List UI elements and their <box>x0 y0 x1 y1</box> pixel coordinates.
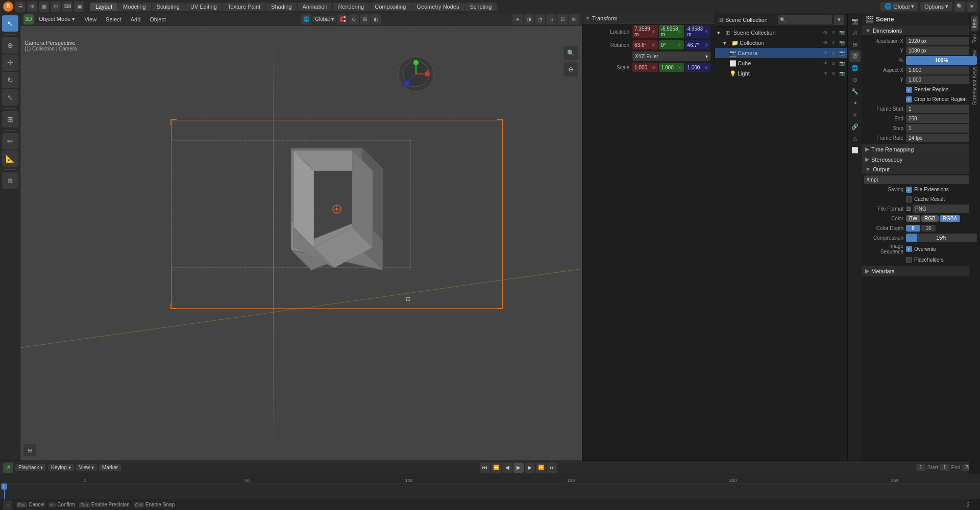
viewport-gizmo[interactable]: X Y Z <box>398 56 439 97</box>
timeline-type-btn[interactable]: ⏱ <box>3 463 13 473</box>
props-icon-data[interactable]: △ <box>849 133 861 144</box>
frame-rate-value[interactable]: 24 fps ▾ <box>906 134 977 142</box>
tab-texture-paint[interactable]: Texture Paint <box>223 3 265 11</box>
tab-rendering[interactable]: Rendering <box>333 3 369 11</box>
outliner-item-light[interactable]: 💡 Light 👁 ⊙ 📷 <box>715 68 847 79</box>
props-icon-render[interactable]: 📷 <box>849 15 861 27</box>
props-icon-physics[interactable]: ⚛ <box>849 109 861 120</box>
vis-cursor-cube[interactable]: ⊙ <box>830 60 837 67</box>
shading-lookdev[interactable]: ◔ <box>535 14 545 24</box>
prev-frame-btn[interactable]: ◀ <box>502 463 512 473</box>
color-btn-bw[interactable]: BW <box>906 215 920 222</box>
tab-animation[interactable]: Animation <box>298 3 333 11</box>
menu-add[interactable]: Add <box>127 15 145 23</box>
vis-eye-light[interactable]: 👁 <box>822 70 829 77</box>
aspect-y-value[interactable]: 1.000 <box>906 75 977 84</box>
tool-move[interactable]: ✛ <box>2 55 18 71</box>
tab-uv-editing[interactable]: UV Editing <box>185 3 222 11</box>
tool-transform[interactable]: ⊞ <box>2 111 18 128</box>
tool-select[interactable]: ↖ <box>2 15 18 32</box>
timeline-ruler[interactable]: 1 50 100 150 200 250 <box>0 474 980 483</box>
vis-eye-1[interactable]: 👁 <box>822 29 829 36</box>
scale-z[interactable]: 1.000 ⊕ <box>685 63 710 72</box>
scale-y[interactable]: 1.000 ⊕ <box>659 63 684 72</box>
rotation-z[interactable]: 46.7° ⊕ <box>685 40 710 49</box>
vis-cursor-1[interactable]: ⊙ <box>830 29 837 36</box>
shading-solid[interactable]: ● <box>512 14 523 24</box>
vis-render-cube[interactable]: 📷 <box>838 60 845 67</box>
props-icon-object[interactable]: ⊙ <box>849 74 861 85</box>
snap-btn[interactable]: 🧲 <box>337 14 348 24</box>
placeholders-checkbox[interactable] <box>906 257 912 263</box>
tab-sculpting[interactable]: Sculpting <box>152 3 185 11</box>
props-icon-view-layer[interactable]: ⊞ <box>849 39 861 50</box>
tab-modeling[interactable]: Modeling <box>118 3 151 11</box>
props-icon-constraints[interactable]: 🔗 <box>849 121 861 132</box>
file-extensions-checkbox[interactable]: ✓ <box>906 187 912 193</box>
zoom-in-btn[interactable]: 🔍 <box>564 46 578 60</box>
view-dropdown[interactable]: View ▾ <box>76 464 97 471</box>
vis-render-coll[interactable]: 📷 <box>838 39 845 46</box>
props-icon-scene[interactable]: 🎬 <box>849 50 861 62</box>
menu-select[interactable]: Select <box>102 15 126 23</box>
timeline-track[interactable]: 1 <box>0 483 980 499</box>
location-x[interactable]: 7.3589 m ⊕ <box>632 25 658 38</box>
resolution-y-value[interactable]: 1080 px <box>906 46 977 55</box>
zoom-out-btn[interactable]: ⊖ <box>564 62 578 76</box>
outliner-filter-btn[interactable]: ▼ <box>834 15 844 25</box>
menu-icon-6[interactable]: ▣ <box>74 2 84 12</box>
xray-btn[interactable]: ⊘ <box>569 14 579 24</box>
file-path-input[interactable]: /tmp\ <box>864 175 969 184</box>
props-icon-particles[interactable]: ✦ <box>849 97 861 109</box>
viewport-global-local-btn[interactable]: 🌐 <box>301 14 311 24</box>
next-frame-btn[interactable]: ▶ <box>525 463 535 473</box>
cache-result-checkbox[interactable] <box>906 196 912 202</box>
props-icon-world[interactable]: 🌐 <box>849 62 861 73</box>
menu-icon-3[interactable]: ▦ <box>39 2 49 12</box>
timeline-start-value[interactable]: 1 <box>940 464 949 471</box>
dimensions-section-title[interactable]: ▼ Dimensions ⊞ <box>862 26 980 35</box>
frame-end-value[interactable]: 250 <box>906 114 977 123</box>
playback-dropdown[interactable]: Playback ▾ <box>15 464 46 471</box>
play-btn[interactable]: ▶ <box>513 463 524 473</box>
resolution-x-value[interactable]: 1920 px <box>906 37 977 45</box>
frame-step-value[interactable]: 1 <box>906 124 977 133</box>
header-icon-2[interactable]: ◐ <box>371 14 381 24</box>
vis-cursor-cam[interactable]: ⊙ <box>830 49 837 57</box>
options-dropdown[interactable]: Options▾ <box>920 2 952 11</box>
output-section-title[interactable]: ▼ Output <box>862 165 980 174</box>
tab-scripting[interactable]: Scripting <box>464 3 497 11</box>
outliner-search[interactable]: 🔍 <box>778 15 832 24</box>
viewport-canvas[interactable]: Camera Perspective (1) Collection | Came… <box>20 26 582 461</box>
props-icon-material[interactable]: ⬜ <box>849 144 861 156</box>
color-depth-16-btn[interactable]: 16 <box>921 225 936 232</box>
vis-render-cam[interactable]: 📷 <box>838 49 845 57</box>
menu-icon-1[interactable]: ☰ <box>15 2 26 12</box>
filter-top-btn[interactable]: ▼ <box>967 2 977 12</box>
render-region-checkbox[interactable]: ✓ <box>906 87 912 93</box>
props-icon-output[interactable]: 🖨 <box>849 27 861 38</box>
current-frame-display[interactable]: 1 <box>916 464 925 471</box>
tab-layout[interactable]: Layout <box>90 3 117 11</box>
color-btn-rgba[interactable]: RGBA <box>940 215 960 222</box>
menu-object[interactable]: Object <box>145 15 170 23</box>
aspect-x-value[interactable]: 1.000 <box>906 66 977 74</box>
confirm-label[interactable]: Confirm <box>57 502 75 507</box>
tool-annotate[interactable]: ✏ <box>2 133 18 149</box>
prev-keyframe-btn[interactable]: ⏪ <box>491 463 501 473</box>
overwrite-checkbox[interactable]: ✓ <box>906 246 912 252</box>
header-icon-1[interactable]: ⊞ <box>360 14 370 24</box>
time-remapping-title[interactable]: ▶ Time Remapping <box>862 144 980 154</box>
rotation-y[interactable]: 0° ⊕ <box>659 40 684 49</box>
keying-dropdown[interactable]: Keying ▾ <box>48 464 74 471</box>
tab-shading[interactable]: Shading <box>266 3 297 11</box>
marker-dropdown[interactable]: Marker <box>99 464 121 471</box>
menu-view[interactable]: View <box>80 15 101 23</box>
scale-x[interactable]: 1.000 ⊕ <box>632 63 658 72</box>
vis-render-1[interactable]: 📷 <box>838 29 845 36</box>
crop-render-region-checkbox[interactable]: ✓ <box>906 96 912 103</box>
color-depth-8-btn[interactable]: 8 <box>906 225 920 232</box>
stereoscopy-title[interactable]: ▶ Stereoscopy <box>862 155 980 164</box>
viewport-global-dropdown[interactable]: Global ▾ <box>312 16 336 22</box>
outliner-item-scene-collection[interactable]: ▾ ⊞ Scene Collection 👁 ⊙ 📷 <box>715 28 847 38</box>
